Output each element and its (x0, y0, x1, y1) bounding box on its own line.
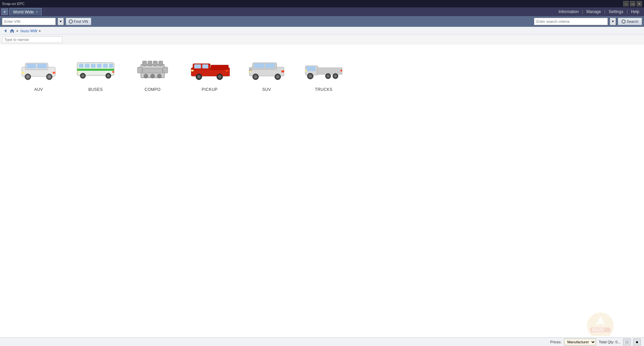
nav-menu: Information | Manage | Settings | Help (558, 9, 643, 14)
vin-bar: ▼ Find VIN ▼ Search (0, 16, 644, 27)
svg-rect-41 (202, 64, 208, 68)
app-title: Snap-on EPC (2, 2, 24, 6)
nav-sep-3: | (627, 9, 628, 14)
close-button[interactable]: ✕ (637, 1, 642, 6)
narrow-bar (0, 35, 644, 44)
svg-point-63 (309, 74, 312, 78)
breadcrumb-isuzu-ww[interactable]: Isuzu WW (20, 29, 37, 33)
status-icon-btn-2[interactable]: ■ (633, 339, 641, 345)
status-icon-btn-1[interactable]: □ (623, 339, 631, 345)
category-auv[interactable]: AUV (10, 51, 67, 95)
breadcrumb-end-arrow: ► (39, 29, 42, 33)
buses-vehicle-icon (75, 58, 116, 81)
main-content: AUV (0, 44, 644, 102)
settings-link[interactable]: Settings (609, 9, 623, 14)
svg-rect-50 (254, 63, 264, 68)
svg-rect-40 (194, 64, 201, 68)
vin-dropdown[interactable]: ▼ (58, 18, 64, 25)
information-link[interactable]: Information (558, 9, 579, 14)
home-button[interactable] (9, 28, 15, 34)
svg-rect-51 (265, 63, 275, 68)
svg-rect-39 (211, 65, 228, 70)
svg-rect-31 (143, 68, 163, 73)
back-button[interactable] (3, 28, 8, 34)
svg-rect-5 (37, 64, 47, 68)
svg-rect-61 (306, 66, 316, 71)
search-icon (622, 19, 626, 23)
narrow-input[interactable] (2, 36, 62, 43)
svg-rect-16 (97, 64, 102, 68)
add-tab-button[interactable]: + (1, 8, 8, 15)
watermark-logo: ISUZU (584, 309, 624, 336)
category-trucks[interactable]: TRUCKS (295, 51, 352, 95)
svg-point-53 (254, 75, 257, 78)
category-suv[interactable]: SUV (238, 51, 295, 95)
magnifier-icon (69, 19, 73, 23)
svg-rect-18 (109, 64, 113, 68)
tab-close-button[interactable]: × (36, 10, 38, 14)
svg-rect-28 (148, 61, 152, 66)
svg-rect-29 (153, 61, 157, 66)
category-auv-image (15, 54, 62, 84)
category-trucks-label: TRUCKS (315, 87, 332, 92)
category-compo-label: COMPO (145, 87, 161, 92)
breadcrumb-bar: ► Isuzu WW ► (0, 27, 644, 35)
minimize-button[interactable]: – (623, 1, 629, 6)
svg-rect-35 (138, 67, 142, 73)
category-pickup[interactable]: PICKUP (181, 51, 238, 95)
auv-vehicle-icon (18, 58, 59, 81)
nav-sep-2: | (604, 9, 605, 14)
search-criteria-dropdown[interactable]: ▼ (610, 18, 616, 25)
search-button[interactable]: Search (618, 18, 642, 25)
svg-rect-36 (163, 67, 168, 73)
svg-rect-15 (91, 64, 96, 68)
svg-point-33 (151, 74, 155, 78)
manage-link[interactable]: Manage (586, 9, 601, 14)
svg-rect-10 (22, 72, 24, 74)
search-criteria-input[interactable] (534, 18, 608, 25)
svg-point-7 (26, 75, 30, 78)
find-vin-button[interactable]: Find VIN (66, 18, 91, 25)
svg-point-9 (48, 75, 51, 78)
trucks-vehicle-icon (304, 58, 344, 81)
restore-button[interactable]: ▭ (630, 1, 635, 6)
svg-point-23 (107, 74, 110, 77)
vin-input[interactable] (2, 18, 56, 25)
help-link[interactable]: Help (631, 9, 639, 14)
category-compo[interactable]: COMPO (124, 51, 181, 95)
svg-rect-19 (77, 69, 114, 71)
svg-rect-17 (103, 64, 108, 68)
title-bar: Snap-on EPC – ▭ ✕ (0, 0, 644, 7)
svg-rect-69 (340, 70, 342, 71)
svg-rect-47 (226, 70, 228, 71)
category-buses-image (72, 54, 119, 84)
svg-marker-0 (4, 29, 6, 33)
status-bar: Prices: Manufacturer Total Qty: 0... □ ■ (0, 337, 644, 346)
total-qty-label: Total Qty: 0... (599, 340, 621, 344)
svg-rect-13 (79, 64, 84, 68)
svg-point-43 (197, 75, 201, 78)
svg-text:ISUZU: ISUZU (592, 328, 604, 332)
svg-point-32 (144, 74, 148, 78)
category-suv-image (243, 54, 290, 84)
category-pickup-label: PICKUP (202, 87, 218, 92)
pickup-vehicle-icon (190, 58, 230, 81)
manufacturer-dropdown[interactable]: Manufacturer (564, 339, 596, 345)
svg-rect-27 (143, 61, 147, 66)
category-buses[interactable]: BUSES (67, 51, 124, 95)
category-trucks-image (300, 54, 347, 84)
svg-rect-24 (77, 71, 79, 73)
svg-rect-4 (26, 64, 36, 68)
svg-rect-46 (191, 70, 194, 71)
tab-bar: + World Wide × Information | Manage | Se… (0, 7, 644, 16)
svg-rect-58 (249, 68, 252, 71)
status-prices-label: Prices: (550, 340, 562, 344)
svg-point-55 (276, 75, 279, 78)
world-wide-tab[interactable]: World Wide × (9, 8, 42, 15)
svg-rect-60 (317, 68, 342, 74)
svg-marker-1 (10, 29, 14, 33)
svg-rect-25 (112, 71, 114, 73)
svg-rect-11 (53, 72, 55, 74)
svg-point-34 (157, 74, 161, 78)
svg-rect-57 (281, 70, 284, 72)
